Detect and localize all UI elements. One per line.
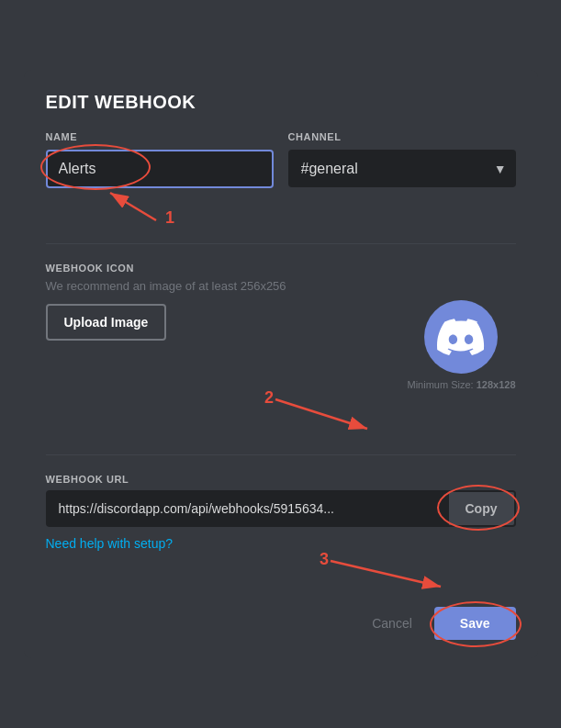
upload-section: Upload Image: [46, 304, 167, 341]
name-input[interactable]: [46, 150, 274, 188]
channel-label: CHANNEL: [288, 131, 516, 142]
annotation-1-arrow: 1: [46, 188, 230, 225]
webhook-url-section: WEBHOOK URL Copy Need help with setup?: [46, 474, 516, 552]
annotation-3-area: 3: [46, 552, 516, 588]
webhook-avatar: [424, 300, 498, 374]
divider-1: [46, 243, 516, 244]
min-size-label: Minimum Size: 128x128: [407, 379, 515, 390]
webhook-icon-row: Upload Image Minimum Size: 128x128: [46, 304, 516, 390]
name-field-group: NAME: [46, 131, 274, 188]
upload-image-button[interactable]: Upload Image: [46, 304, 167, 341]
avatar-section: Minimum Size: 128x128: [407, 300, 515, 390]
channel-field-group: CHANNEL #general #alerts #notifications …: [288, 131, 516, 188]
name-field-wrapper: [46, 150, 274, 188]
svg-text:1: 1: [165, 208, 174, 227]
svg-line-7: [331, 561, 441, 587]
webhook-icon-subtitle: We recommend an image of at least 256x25…: [46, 279, 516, 293]
svg-line-4: [275, 399, 367, 429]
url-row-wrapper: Copy: [46, 490, 516, 527]
modal-title: EDIT WEBHOOK: [46, 92, 516, 113]
annotation-2-area: 2: [46, 390, 516, 436]
webhook-url-label: WEBHOOK URL: [46, 474, 516, 485]
svg-text:3: 3: [320, 550, 329, 568]
help-link[interactable]: Need help with setup?: [46, 536, 174, 551]
copy-button[interactable]: Copy: [449, 492, 514, 525]
webhook-icon-section: WEBHOOK ICON We recommend an image of at…: [46, 263, 516, 390]
annotation-1-area: 1: [46, 188, 516, 225]
modal-footer: Cancel Save: [46, 607, 516, 640]
discord-logo-icon: [437, 313, 485, 361]
save-btn-wrapper: Save: [434, 607, 516, 640]
webhook-url-input[interactable]: [48, 492, 449, 525]
url-row: Copy: [46, 490, 516, 527]
save-button[interactable]: Save: [434, 607, 516, 640]
annotation-3-arrow: 3: [46, 552, 523, 588]
annotation-2-arrow: 2: [46, 390, 413, 436]
svg-text:2: 2: [264, 388, 274, 407]
svg-line-1: [110, 193, 156, 220]
min-size-value: 128x128: [477, 379, 516, 390]
divider-2: [46, 454, 516, 455]
cancel-button[interactable]: Cancel: [361, 609, 423, 638]
name-channel-row: NAME CHANNEL #general #alerts #notificat…: [46, 131, 516, 188]
channel-select[interactable]: #general #alerts #notifications: [288, 150, 516, 187]
edit-webhook-modal: EDIT WEBHOOK NAME CHANNEL #general #aler…: [24, 70, 538, 658]
name-label: NAME: [46, 131, 274, 142]
channel-select-wrapper: #general #alerts #notifications ▼: [288, 150, 516, 187]
webhook-icon-label: WEBHOOK ICON: [46, 263, 516, 274]
